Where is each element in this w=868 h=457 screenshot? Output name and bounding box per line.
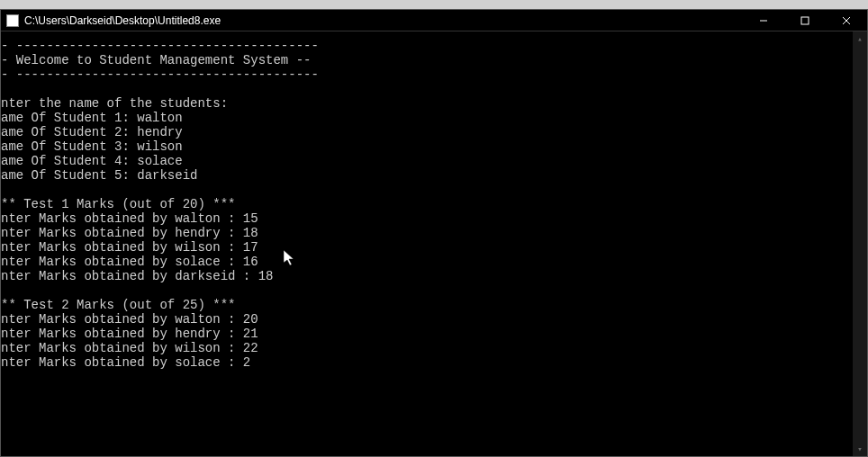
marks-line: nter Marks obtained by wilson : 17 bbox=[1, 240, 258, 255]
student-line: ame Of Student 1: walton bbox=[1, 111, 183, 125]
marks-line: nter Marks obtained by hendry : 18 bbox=[1, 226, 258, 240]
window-controls bbox=[743, 10, 867, 31]
minimize-icon bbox=[759, 16, 768, 25]
close-icon bbox=[842, 16, 851, 25]
test-header: ** Test 1 Marks (out of 20) *** bbox=[1, 197, 235, 211]
welcome-line: - Welcome to Student Management System -… bbox=[1, 53, 311, 67]
student-line: ame Of Student 3: wilson bbox=[1, 139, 183, 154]
maximize-button[interactable] bbox=[784, 10, 826, 31]
maximize-icon bbox=[800, 16, 809, 25]
marks-line: nter Marks obtained by walton : 20 bbox=[1, 312, 258, 327]
titlebar-left: C:\Users\Darkseid\Desktop\Untitled8.exe bbox=[1, 14, 221, 27]
marks-line: nter Marks obtained by darkseid : 18 bbox=[1, 269, 273, 283]
titlebar: C:\Users\Darkseid\Desktop\Untitled8.exe bbox=[1, 10, 867, 31]
marks-line: nter Marks obtained by walton : 15 bbox=[1, 211, 258, 226]
scroll-down-button[interactable]: ▾ bbox=[853, 442, 867, 456]
student-line: ame Of Student 4: solace bbox=[1, 154, 183, 168]
prompt-line: nter the name of the students: bbox=[1, 96, 228, 111]
marks-line: nter Marks obtained by solace : 16 bbox=[1, 255, 258, 269]
divider-line: - --------------------------------------… bbox=[1, 39, 319, 53]
marks-line: nter Marks obtained by hendry : 21 bbox=[1, 327, 258, 341]
close-button[interactable] bbox=[826, 10, 867, 31]
scroll-up-button[interactable]: ▴ bbox=[853, 31, 867, 46]
divider-line: - --------------------------------------… bbox=[1, 67, 319, 82]
window-title: C:\Users\Darkseid\Desktop\Untitled8.exe bbox=[24, 14, 221, 27]
console-output[interactable]: - --------------------------------------… bbox=[1, 31, 867, 456]
minimize-button[interactable] bbox=[743, 10, 784, 31]
test-header: ** Test 2 Marks (out of 25) *** bbox=[1, 298, 235, 312]
marks-line: nter Marks obtained by wilson : 22 bbox=[1, 341, 258, 355]
svg-rect-1 bbox=[801, 17, 809, 24]
marks-line: nter Marks obtained by solace : 2 bbox=[1, 355, 250, 370]
vertical-scrollbar[interactable]: ▴ ▾ bbox=[853, 31, 867, 456]
student-line: ame Of Student 2: hendry bbox=[1, 125, 183, 139]
console-window: C:\Users\Darkseid\Desktop\Untitled8.exe … bbox=[0, 9, 868, 457]
app-icon bbox=[6, 14, 19, 27]
student-line: ame Of Student 5: darkseid bbox=[1, 168, 197, 183]
